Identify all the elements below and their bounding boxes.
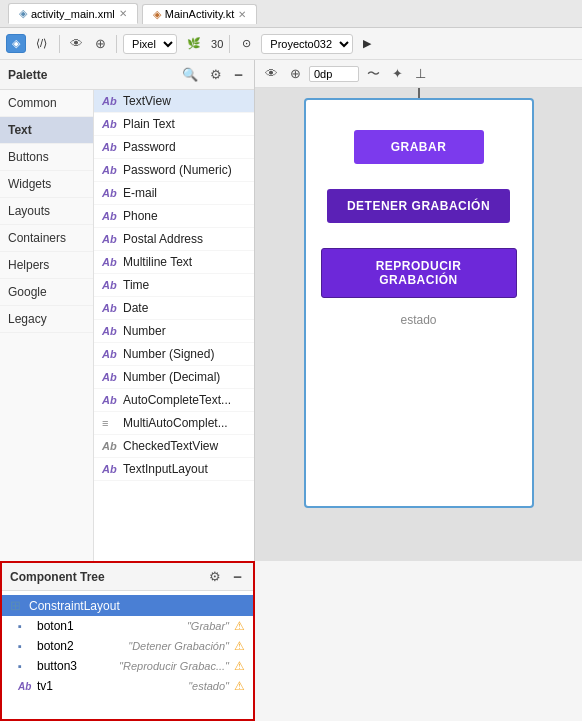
widget-plaintext[interactable]: Ab Plain Text — [94, 113, 254, 136]
widget-number-label: Number — [123, 324, 166, 338]
toolbar-sep-1 — [59, 35, 60, 53]
category-google[interactable]: Google — [0, 279, 93, 306]
category-list: Common Text Buttons Widgets Layouts Cont… — [0, 90, 94, 561]
palette-search-btn[interactable]: 🔍 — [179, 66, 201, 83]
category-buttons[interactable]: Buttons — [0, 144, 93, 171]
eye2-btn[interactable]: ⊙ — [236, 34, 257, 53]
comp-tree-title: Component Tree — [10, 570, 105, 584]
eye-btn[interactable]: 👁 — [66, 33, 87, 54]
widget-time[interactable]: Ab Time — [94, 274, 254, 297]
widget-date-icon: Ab — [102, 302, 118, 314]
category-layouts[interactable]: Layouts — [0, 198, 93, 225]
tv1-icon: Ab — [18, 681, 32, 692]
tree-item-boton2[interactable]: ▪ boton2 "Detener Grabación" ⚠ — [2, 636, 253, 656]
widget-date-label: Date — [123, 301, 148, 315]
category-widgets[interactable]: Widgets — [0, 171, 93, 198]
nav-forward-btn[interactable]: ▶ — [357, 34, 377, 53]
widget-date[interactable]: Ab Date — [94, 297, 254, 320]
widget-time-icon: Ab — [102, 279, 118, 291]
boton1-hint: "Grabar" — [187, 620, 229, 632]
tab-close-xml[interactable]: ✕ — [119, 8, 127, 19]
palette-gear-btn[interactable]: ⚙ — [207, 66, 225, 83]
widget-checkedtextview[interactable]: Ab CheckedTextView — [94, 435, 254, 458]
eye-sub-btn[interactable]: 👁 — [261, 64, 282, 83]
widget-postal-icon: Ab — [102, 233, 118, 245]
widget-password-numeric-label: Password (Numeric) — [123, 163, 232, 177]
category-containers[interactable]: Containers — [0, 225, 93, 252]
zoom-label: 30 — [211, 38, 223, 50]
widget-number-signed-icon: Ab — [102, 348, 118, 360]
wave-btn[interactable]: 〜 — [363, 63, 384, 85]
widget-textview-label: TextView — [123, 94, 171, 108]
widget-email-label: E-mail — [123, 186, 157, 200]
tv1-warning: ⚠ — [234, 679, 245, 693]
widget-postal[interactable]: Ab Postal Address — [94, 228, 254, 251]
plant-icon-btn[interactable]: 🌿 — [181, 34, 207, 53]
tab-close-kt[interactable]: ✕ — [238, 9, 246, 20]
widget-number[interactable]: Ab Number — [94, 320, 254, 343]
code-toggle-btn[interactable]: ⟨/⟩ — [30, 34, 53, 53]
comp-tree-controls: ⚙ − — [206, 567, 245, 586]
button3-label: button3 — [37, 659, 114, 673]
boton2-icon: ▪ — [18, 640, 32, 652]
widget-autocomplete[interactable]: Ab AutoCompleteText... — [94, 389, 254, 412]
palette-title: Palette — [8, 68, 47, 82]
tab-mainactivity-kt[interactable]: ◈ MainActivity.kt ✕ — [142, 4, 257, 24]
comp-tree-minus-btn[interactable]: − — [230, 567, 245, 586]
cursor-sub-btn[interactable]: ⊕ — [286, 64, 305, 83]
tree-item-constraintlayout[interactable]: ⊞ ConstraintLayout — [2, 595, 253, 616]
button3-icon: ▪ — [18, 660, 32, 672]
boton2-hint: "Detener Grabación" — [128, 640, 229, 652]
phone-btn-detener[interactable]: DETENER GRABACIÓN — [327, 189, 510, 223]
widget-autocomplete-icon: Ab — [102, 394, 118, 406]
category-common[interactable]: Common — [0, 90, 93, 117]
widget-textinputlayout[interactable]: Ab TextInputLayout — [94, 458, 254, 481]
widget-multiline[interactable]: Ab Multiline Text — [94, 251, 254, 274]
category-text[interactable]: Text — [0, 117, 93, 144]
palette-controls: 🔍 ⚙ − — [179, 65, 246, 84]
widget-email[interactable]: Ab E-mail — [94, 182, 254, 205]
widget-number-decimal[interactable]: Ab Number (Decimal) — [94, 366, 254, 389]
tree-item-tv1[interactable]: Ab tv1 "estado" ⚠ — [2, 676, 253, 696]
canvas-container: GRABAR DETENER GRABACIÓN REPRODUCIR GRAB… — [255, 88, 582, 561]
phone-btn-reproducir[interactable]: REPRODUCIR GRABACIÓN — [321, 248, 517, 298]
palette-header: Palette 🔍 ⚙ − — [0, 60, 254, 90]
toolbar-sep-2 — [116, 35, 117, 53]
widget-textview[interactable]: Ab TextView — [94, 90, 254, 113]
bottom-panel-wrapper: Component Tree ⚙ − ⊞ ConstraintLayout ▪ … — [0, 561, 582, 721]
cursor-btn[interactable]: ⊕ — [91, 33, 110, 54]
category-helpers[interactable]: Helpers — [0, 252, 93, 279]
widget-password-label: Password — [123, 140, 176, 154]
boton1-icon: ▪ — [18, 620, 32, 632]
comp-tree-body: ⊞ ConstraintLayout ▪ boton1 "Grabar" ⚠ ▪… — [2, 591, 253, 719]
widget-time-label: Time — [123, 278, 149, 292]
tab-icon-kt: ◈ — [153, 8, 161, 21]
project-select[interactable]: Proyecto032 — [261, 34, 353, 54]
design-toggle-btn[interactable]: ◈ — [6, 34, 26, 53]
pixel-select[interactable]: Pixel — [123, 34, 177, 54]
widget-plaintext-icon: Ab — [102, 118, 118, 130]
widget-password[interactable]: Ab Password — [94, 136, 254, 159]
palette-minus-btn[interactable]: − — [231, 65, 246, 84]
widget-number-signed[interactable]: Ab Number (Signed) — [94, 343, 254, 366]
widget-multiauto[interactable]: ≡ MultiAutoComplet... — [94, 412, 254, 435]
align-btn[interactable]: ⊥ — [411, 64, 430, 83]
widget-phone[interactable]: Ab Phone — [94, 205, 254, 228]
widget-email-icon: Ab — [102, 187, 118, 199]
tree-item-boton1[interactable]: ▪ boton1 "Grabar" ⚠ — [2, 616, 253, 636]
widget-password-icon: Ab — [102, 141, 118, 153]
dp-input[interactable] — [309, 66, 359, 82]
constraint-layout-icon: ⊞ — [10, 598, 24, 613]
widget-textinputlayout-icon: Ab — [102, 463, 118, 475]
magic-btn[interactable]: ✦ — [388, 64, 407, 83]
widget-password-numeric[interactable]: Ab Password (Numeric) — [94, 159, 254, 182]
phone-btn-grabar[interactable]: GRABAR — [354, 130, 484, 164]
comp-tree-header: Component Tree ⚙ − — [2, 563, 253, 591]
widget-phone-label: Phone — [123, 209, 158, 223]
tree-item-button3[interactable]: ▪ button3 "Reproducir Grabac..." ⚠ — [2, 656, 253, 676]
palette-body: Common Text Buttons Widgets Layouts Cont… — [0, 90, 254, 561]
widget-number-signed-label: Number (Signed) — [123, 347, 214, 361]
category-legacy[interactable]: Legacy — [0, 306, 93, 333]
tab-activity-main-xml[interactable]: ◈ activity_main.xml ✕ — [8, 3, 138, 24]
comp-tree-gear-btn[interactable]: ⚙ — [206, 568, 224, 585]
